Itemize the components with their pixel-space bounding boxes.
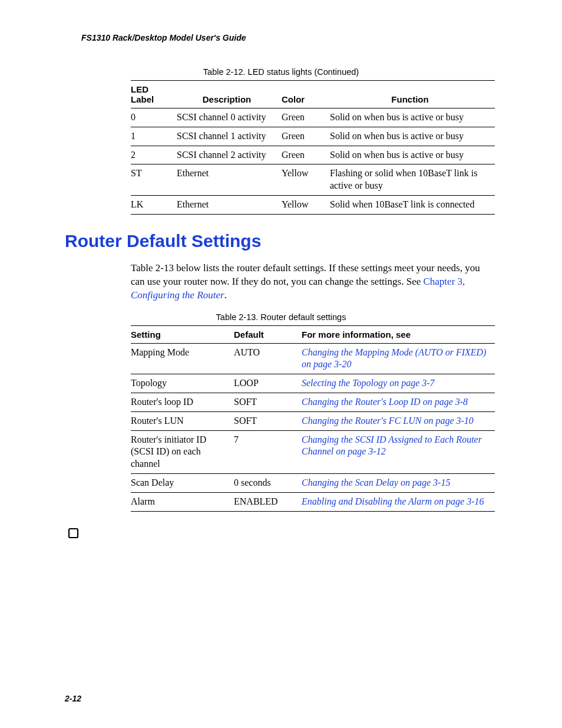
table-row: Alarm ENABLED Enabling and Disabling the… — [131, 492, 495, 511]
table-row: ST Ethernet Yellow Flashing or solid whe… — [131, 164, 495, 196]
table-row: Router's initiator ID (SCSI ID) on each … — [131, 430, 495, 473]
link-fc-lun[interactable]: Changing the Router's FC LUN on page 3-1… — [302, 416, 474, 426]
link-scan-delay[interactable]: Changing the Scan Delay on page 3-15 — [302, 477, 450, 487]
running-header: FS1310 Rack/Desktop Model User's Guide — [65, 33, 497, 42]
table-row: 1 SCSI channel 1 activity Green Solid on… — [131, 127, 495, 146]
table-row: Scan Delay 0 seconds Changing the Scan D… — [131, 473, 495, 492]
link-chapter-3[interactable]: Chapter 3, — [423, 276, 465, 287]
th-default: Default — [234, 325, 302, 343]
table-row: Router's LUN SOFT Changing the Router's … — [131, 411, 495, 430]
table-row: Mapping Mode AUTO Changing the Mapping M… — [131, 343, 495, 374]
link-topology[interactable]: Selecting the Topology on page 3-7 — [302, 378, 435, 388]
link-scsi-id[interactable]: Changing the SCSI ID Assigned to Each Ro… — [302, 434, 482, 457]
page-number: 2-12 — [65, 694, 81, 703]
th-led-label: LED Label — [131, 81, 177, 108]
intro-paragraph: Table 2-13 below lists the router defaul… — [131, 262, 495, 302]
link-loop-id[interactable]: Changing the Router's Loop ID on page 3-… — [302, 397, 468, 407]
table-row: 2 SCSI channel 2 activity Green Solid on… — [131, 146, 495, 164]
table-13-router-defaults: Setting Default For more information, se… — [131, 325, 495, 512]
link-mapping-mode[interactable]: Changing the Mapping Mode (AUTO or FIXED… — [302, 347, 486, 370]
section-heading-router-default-settings: Router Default Settings — [65, 231, 497, 251]
table-row: Topology LOOP Selecting the Topology on … — [131, 374, 495, 393]
th-function: Function — [330, 81, 495, 108]
table-12-led-status: LED Label Description Color Function 0 S… — [131, 80, 495, 215]
th-setting: Setting — [131, 325, 234, 343]
link-alarm[interactable]: Enabling and Disabling the Alarm on page… — [302, 496, 484, 506]
svg-rect-0 — [69, 529, 78, 538]
table-row: 0 SCSI channel 0 activity Green Solid on… — [131, 108, 495, 127]
th-color: Color — [282, 81, 330, 108]
th-description: Description — [177, 81, 282, 108]
table-row: LK Ethernet Yellow Solid when 10BaseT li… — [131, 195, 495, 214]
table-row: Router's loop ID SOFT Changing the Route… — [131, 393, 495, 411]
table-12-caption: Table 2-12. LED status lights (Continued… — [65, 67, 497, 77]
table-13-caption: Table 2-13. Router default settings — [65, 312, 497, 322]
link-configuring-the-router[interactable]: Configuring the Router — [131, 289, 224, 301]
end-of-section-icon — [67, 527, 497, 540]
th-more-info: For more information, see — [302, 325, 495, 343]
page: FS1310 Rack/Desktop Model User's Guide T… — [0, 0, 562, 728]
